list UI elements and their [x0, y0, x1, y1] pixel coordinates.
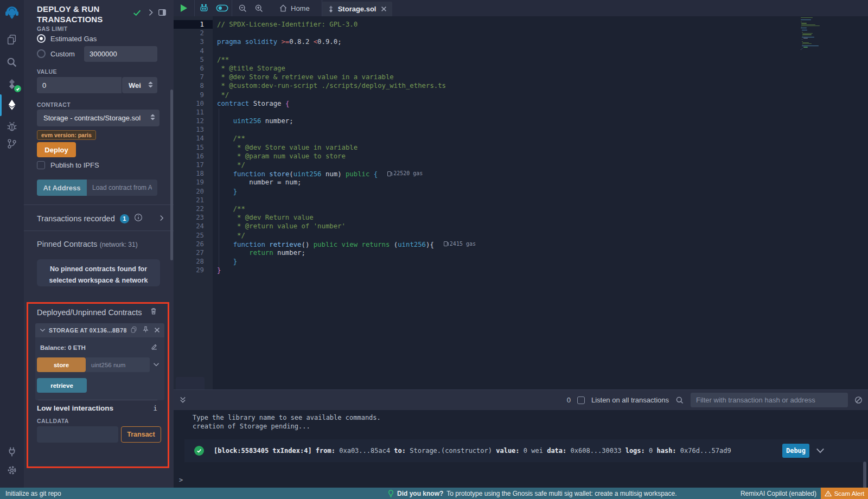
- calldata-label: CALLDATA: [37, 418, 69, 424]
- expand-args-icon[interactable]: [153, 360, 159, 370]
- code-line[interactable]: 21: [174, 196, 868, 204]
- lightbulb-icon: [388, 490, 394, 497]
- at-address-button[interactable]: At Address: [37, 180, 87, 196]
- ai-copilot-robot-icon[interactable]: [195, 3, 213, 14]
- code-line[interactable]: 6 * @title Storage: [174, 64, 868, 73]
- zoom-in-icon[interactable]: [251, 4, 267, 13]
- code-line[interactable]: 15 * @dev Store value in variable: [174, 143, 868, 152]
- debugger-icon[interactable]: [0, 117, 24, 136]
- terminal-search-icon[interactable]: [675, 396, 684, 405]
- contract-select[interactable]: Storage - contracts/Storage.sol: [37, 110, 159, 126]
- clear-console-icon[interactable]: [854, 396, 863, 404]
- code-line[interactable]: 27 return number;: [174, 248, 868, 257]
- at-address-input[interactable]: [87, 180, 157, 196]
- scam-alert-button[interactable]: Scam Alert: [821, 488, 868, 499]
- settings-icon[interactable]: [0, 461, 24, 479]
- editor-minimap[interactable]: [801, 17, 834, 50]
- code-line[interactable]: 14 /**: [174, 134, 868, 143]
- code-line[interactable]: 4: [174, 47, 868, 55]
- code-line[interactable]: 11: [174, 108, 868, 117]
- environment-ok-icon[interactable]: [132, 8, 142, 20]
- evm-version-badge: evm version: paris: [37, 130, 96, 140]
- solidity-compiler-icon[interactable]: [0, 75, 24, 93]
- git-init-button[interactable]: Initialize as git repo: [5, 490, 61, 497]
- updown-arrows-icon: [148, 81, 153, 89]
- code-line[interactable]: 25 */: [174, 231, 868, 240]
- estimated-gas-radio[interactable]: [37, 34, 46, 43]
- custom-gas-radio[interactable]: [37, 49, 46, 58]
- code-line[interactable]: 22 /**: [174, 204, 868, 213]
- debug-button[interactable]: Debug: [782, 444, 809, 458]
- remix-logo[interactable]: [0, 2, 24, 23]
- code-line[interactable]: 2: [174, 29, 868, 37]
- edit-balance-icon[interactable]: [151, 343, 158, 353]
- chevron-down-icon[interactable]: [40, 325, 46, 335]
- panel-scrollbar[interactable]: [170, 89, 173, 260]
- info-icon[interactable]: [134, 213, 143, 224]
- collapse-terminal-icon[interactable]: [179, 396, 187, 404]
- copilot-toggle-icon[interactable]: [213, 4, 232, 12]
- code-line[interactable]: 9 */: [174, 91, 868, 99]
- copilot-status[interactable]: RemixAI Copilot (enabled): [741, 490, 816, 497]
- deployed-contracts-title: Deployed/Unpinned Contracts: [37, 308, 142, 317]
- transaction-row[interactable]: [block:5583405 txIndex:4] from: 0xa03...…: [184, 439, 868, 462]
- store-function-button[interactable]: store: [37, 357, 86, 372]
- close-contract-icon[interactable]: [154, 325, 160, 335]
- home-icon: [279, 4, 288, 12]
- zoom-out-icon[interactable]: [234, 4, 251, 13]
- value-unit-select[interactable]: Wei: [122, 77, 157, 93]
- code-line[interactable]: 8 * @custom:dev-run-script ./scripts/dep…: [174, 81, 868, 90]
- code-line[interactable]: 28 }: [174, 257, 868, 266]
- plugin-manager-icon[interactable]: [0, 443, 24, 461]
- value-input[interactable]: [37, 77, 122, 93]
- pin-contract-icon[interactable]: [142, 325, 149, 335]
- code-line[interactable]: 5/**: [174, 55, 868, 64]
- code-editor[interactable]: 1// SPDX-License-Identifier: GPL-3.023pr…: [174, 16, 868, 389]
- calldata-input[interactable]: [37, 426, 118, 443]
- code-line[interactable]: 29}: [174, 266, 868, 274]
- code-line[interactable]: 1// SPDX-License-Identifier: GPL-3.0: [174, 20, 868, 29]
- code-line[interactable]: 26 function retrieve() public view retur…: [174, 240, 868, 248]
- copy-address-icon[interactable]: [130, 325, 137, 335]
- terminal-prompt[interactable]: >: [179, 476, 183, 484]
- file-explorer-icon[interactable]: [0, 30, 24, 49]
- git-icon[interactable]: [0, 135, 24, 153]
- terminal-output[interactable]: Type the library name to see available c…: [174, 410, 868, 488]
- code-line[interactable]: 12 uint256 number;: [174, 117, 868, 125]
- store-argument-input[interactable]: [86, 357, 150, 372]
- run-script-icon[interactable]: [174, 4, 194, 12]
- terminal-scrollbar[interactable]: [863, 462, 866, 491]
- deploy-run-icon[interactable]: [0, 95, 24, 114]
- close-tab-icon[interactable]: [381, 6, 387, 12]
- deployed-contract-header[interactable]: STORAGE AT 0X136...8B78: [35, 323, 164, 337]
- code-line[interactable]: 16 * @param num value to store: [174, 152, 868, 161]
- code-line[interactable]: 18 function store(uint256 num) public {2…: [174, 169, 868, 178]
- home-tab[interactable]: Home: [279, 4, 310, 12]
- tab-storage-sol[interactable]: Storage.sol: [322, 2, 393, 16]
- custom-gas-input[interactable]: [84, 46, 157, 62]
- code-line[interactable]: 24 * @return value of 'number': [174, 222, 868, 231]
- code-line[interactable]: 23 * @dev Return value: [174, 213, 868, 222]
- deploy-button[interactable]: Deploy: [37, 142, 76, 157]
- code-line[interactable]: 3pragma solidity >=0.8.2 <0.9.0;: [174, 37, 868, 46]
- code-line[interactable]: 20 }: [174, 187, 868, 196]
- search-icon[interactable]: [0, 53, 24, 72]
- solidity-file-icon: [328, 5, 334, 13]
- code-line[interactable]: 19 number = num;: [174, 178, 868, 187]
- trash-icon[interactable]: [150, 307, 157, 317]
- code-line[interactable]: 17 */: [174, 161, 868, 169]
- retrieve-function-button[interactable]: retrieve: [37, 378, 87, 393]
- low-level-info-icon[interactable]: i: [153, 404, 157, 412]
- tx-filter-input[interactable]: [691, 393, 848, 407]
- value-unit-label: Wei: [129, 81, 148, 89]
- code-line[interactable]: 13: [174, 125, 868, 134]
- chevron-right-icon[interactable]: [147, 9, 155, 18]
- chevron-right-icon[interactable]: [158, 214, 165, 223]
- pin-panel-icon[interactable]: [158, 8, 167, 19]
- transact-button[interactable]: Transact: [121, 426, 161, 443]
- code-line[interactable]: 7 * @dev Store & retrieve value in a var…: [174, 73, 868, 81]
- publish-ipfs-checkbox[interactable]: [37, 161, 45, 169]
- listen-all-checkbox[interactable]: [577, 396, 585, 404]
- code-line[interactable]: 10contract Storage {: [174, 99, 868, 108]
- expand-tx-icon[interactable]: [816, 447, 825, 454]
